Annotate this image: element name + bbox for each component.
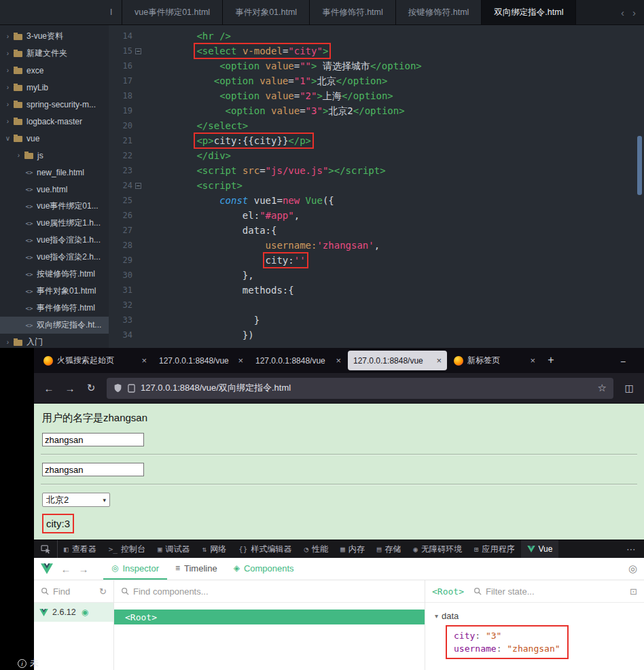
tree-item[interactable]: ›spring-security-m... [0,96,109,113]
address-bar[interactable]: 127.0.0.1:8848/vue/双向绑定指令.html ☆ [107,378,613,399]
tree-item[interactable]: <>按键修饰符.html [0,266,109,283]
new-tab-button[interactable]: + [542,351,560,369]
line-number: 14 [123,29,132,43]
tree-item[interactable]: ›myLib [0,79,109,96]
line-number-gutter: 25− [109,193,144,208]
browser-tab[interactable]: 127.0.0.1:8848/vue× [348,351,447,370]
tree-item[interactable]: ›新建文件夹 [0,45,109,62]
fold-icon[interactable]: − [135,48,141,54]
editor-tab[interactable]: l [0,0,122,24]
username-input-2[interactable] [42,463,144,476]
chevron-icon[interactable]: ∨ [4,135,12,142]
back-button[interactable]: ← [39,383,58,394]
pick-element-icon[interactable] [34,540,58,558]
tree-item[interactable]: <>事件对象01.html [0,283,109,300]
minimize-button[interactable]: − [613,355,633,368]
chevron-icon[interactable]: › [4,118,12,125]
chevron-icon[interactable]: › [15,152,22,159]
close-icon[interactable]: × [141,355,147,366]
tab-scroll-left-icon[interactable]: ‹ [621,7,624,18]
chevron-icon[interactable]: › [4,50,12,57]
close-icon[interactable]: × [530,355,535,366]
tree-item[interactable]: ∨vue [0,130,109,147]
fold-icon[interactable]: − [135,183,141,189]
line-number: 25 [123,193,132,208]
devtools-tab-console[interactable]: >_控制台 [103,540,151,558]
devtools-tab-memory[interactable]: ▦内存 [334,540,371,558]
devtools-tab-debugger[interactable]: ▣调试器 [151,540,196,558]
folder-icon [14,85,22,91]
tree-item[interactable]: <>vue.html [0,181,109,198]
data-section-label[interactable]: data [442,611,459,621]
reload-button[interactable]: ↻ [82,382,101,394]
tree-item[interactable]: ›logback-master [0,113,109,130]
panel-back-button[interactable]: ← [58,563,73,575]
editor-scrollbar[interactable] [637,136,642,195]
tree-item[interactable]: ›3-vue资料 [0,28,109,45]
state-entry[interactable]: city: "3" [454,629,560,642]
browser-tab[interactable]: 新标签页× [448,351,541,370]
snapshot-icon[interactable]: ⊡ [630,586,637,597]
devtools-tab-application[interactable]: ⊞应用程序 [468,540,521,558]
find-components-input[interactable]: Find components... [133,586,209,597]
close-icon[interactable]: × [336,355,341,366]
bookmark-star-icon[interactable]: ☆ [598,382,607,394]
panel-forward-button[interactable]: → [76,563,91,575]
editor-tab[interactable]: 事件对象01.html [223,0,310,24]
close-icon[interactable]: × [238,355,243,366]
code-area[interactable]: 14− <hr />15− <select v-model="city">16−… [109,25,644,348]
devtools-tab-inspector[interactable]: ◧查看器 [58,540,103,558]
forward-button[interactable]: → [60,383,79,394]
root-component-item[interactable]: <Root> [114,610,425,624]
tree-item[interactable]: <>vue属性绑定1.h... [0,215,109,232]
editor-tab[interactable]: 事件修饰符.html [310,0,396,24]
state-entry[interactable]: username: "zhangsan" [454,642,560,655]
tree-item[interactable]: <>双向绑定指令.ht... [0,317,109,334]
editor-tab[interactable]: 双向绑定指令.html [482,0,576,24]
chevron-icon[interactable]: › [4,67,12,74]
close-icon[interactable]: × [436,355,442,366]
chevron-icon[interactable]: › [4,33,12,40]
tree-item[interactable]: <>new_file.html [0,164,109,181]
editor-tab[interactable]: vue事件绑定01.html [122,0,223,24]
component-picker-icon[interactable]: ◎ [628,563,637,575]
tree-item[interactable]: ›js [0,147,109,164]
browser-tab[interactable]: 火狐搜索起始页× [38,351,152,370]
library-icon[interactable]: ◫ [620,383,639,393]
tab-scroll-right-icon[interactable]: › [632,7,636,18]
line-number: 30 [123,268,132,283]
vue-tab-inspector[interactable]: ◎Inspector [103,558,167,580]
tree-item[interactable]: ›入门 [0,334,109,348]
devtools-tab-network[interactable]: ⇅网络 [196,540,233,558]
tree-item[interactable]: <>vue事件绑定01... [0,198,109,215]
chevron-icon[interactable]: › [4,84,12,91]
filter-state-input[interactable]: Filter state... [486,586,535,597]
tree-item-label: vue指令渲染2.h... [37,251,101,263]
browser-tab[interactable]: 127.0.0.1:8848/vue× [250,351,346,370]
chevron-icon[interactable]: › [4,101,12,108]
browser-tab[interactable]: 127.0.0.1:8848/vue× [154,351,249,370]
devtools-menu-icon[interactable]: ⋯ [618,540,644,558]
devtools-tab-performance[interactable]: ◔性能 [298,540,334,558]
tree-item[interactable]: ›exce [0,62,109,79]
find-label[interactable]: Find [53,586,70,597]
devtools-tab-accessibility[interactable]: ◉无障碍环境 [407,540,468,558]
devtools-tab-vue[interactable]: Vue [521,540,559,558]
tree-item[interactable]: <>vue指令渲染1.h... [0,232,109,249]
chevron-icon[interactable]: › [4,338,12,346]
editor-tab[interactable]: 按键修饰符.html [396,0,482,24]
city-select[interactable]: 北京2 ▾ [42,493,110,507]
tree-item[interactable]: <>事件修饰符.html [0,300,109,317]
refresh-icon[interactable]: ↻ [99,586,107,597]
collapse-caret-icon[interactable]: ▾ [435,612,438,620]
vue-app-item[interactable]: 2.6.12 ◉ [34,603,113,622]
vue-tab-timeline[interactable]: ≡Timeline [167,558,226,580]
line-number: 22 [123,148,132,163]
url-text[interactable]: 127.0.0.1:8848/vue/双向绑定指令.html [141,382,592,394]
username-input-1[interactable] [42,433,144,446]
devtools-tab-style-editor[interactable]: {}样式编辑器 [232,540,298,558]
shield-icon[interactable] [113,383,122,393]
vue-tab-components[interactable]: ◈Components [226,558,302,580]
devtools-tab-storage[interactable]: ▤存储 [371,540,408,558]
tree-item[interactable]: <>vue指令渲染2.h... [0,249,109,266]
